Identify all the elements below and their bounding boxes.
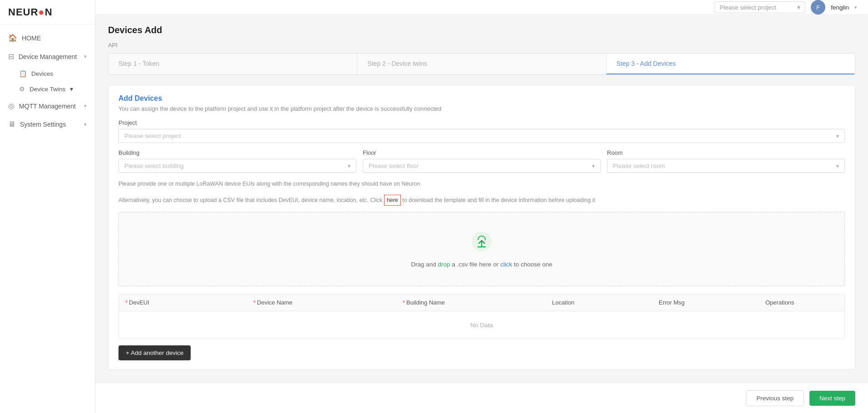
upload-click-link[interactable]: click [500, 261, 512, 268]
info-text-1: Please provide one or multiple LoRaWAN d… [118, 179, 845, 188]
floor-select[interactable]: Please select floor ▾ [363, 159, 601, 173]
upload-text-part1: Drag and [411, 261, 438, 268]
sidebar-item-devices[interactable]: 📋 Devices [0, 66, 95, 81]
project-field-label: Project [118, 119, 845, 126]
page-content: Devices Add API Step 1 - Token Step 2 - … [95, 15, 868, 383]
th-error-msg: Error Msg [652, 294, 759, 311]
th-operations: Operations [759, 294, 844, 311]
step-2[interactable]: Step 2 - Device twins [357, 54, 606, 74]
mqtt-icon: ◎ [8, 102, 15, 110]
building-arrow: ▾ [348, 163, 350, 169]
no-data-text: No Data [470, 322, 493, 329]
table-body: No Data [119, 311, 844, 339]
th-device-name: *Device Name [247, 294, 396, 311]
api-label: API [108, 42, 855, 49]
info-text-2: Alternatively, you can choose to upload … [118, 195, 845, 206]
building-field-group: Building Please select building ▾ [118, 149, 356, 173]
building-select-value: Please select building [124, 162, 184, 169]
system-settings-icon: 🖥 [8, 120, 15, 128]
upload-text-part2: a .csv file here or [450, 261, 500, 268]
sidebar-item-system-settings[interactable]: 🖥 System Settings ▾ [0, 115, 95, 133]
upload-icon [471, 231, 493, 256]
add-devices-section: Add Devices You can assign the device to… [108, 85, 855, 370]
device-table: *DevEUI *Device Name *Building Name Loca… [118, 294, 845, 339]
user-name: fenglin [831, 4, 849, 11]
project-dropdown-arrow: ▾ [797, 4, 800, 11]
th-dev-eui: *DevEUI [119, 294, 247, 311]
project-select-label: Please select project [720, 4, 776, 11]
th-building-name: *Building Name [396, 294, 546, 311]
add-another-device-button[interactable]: + Add another device [118, 345, 191, 360]
step-2-label: Step 2 - Device twins [367, 60, 427, 67]
topbar: Please select project ▾ F fenglin ▾ [95, 0, 868, 15]
next-step-button[interactable]: Next step [809, 391, 855, 406]
user-menu-arrow[interactable]: ▾ [854, 5, 857, 10]
chevron-down-icon-settings: ▾ [84, 122, 87, 128]
devices-icon: 📋 [19, 70, 27, 77]
info-text-2-part1: Alternatively, you can choose to upload … [118, 197, 384, 203]
chevron-down-icon-mqtt: ▾ [84, 103, 87, 109]
step-3-label: Step 3 - Add Devices [616, 60, 676, 67]
previous-step-button[interactable]: Previous step [746, 390, 804, 406]
sidebar-item-system-settings-label: System Settings [20, 121, 66, 128]
step-1[interactable]: Step 1 - Token [108, 54, 357, 74]
chevron-right-icon: ▾ [70, 85, 73, 93]
sidebar-nav: 🏠 HOME ⊟ Device Management ▾ 📋 Devices ⚙… [0, 25, 95, 137]
user-initials: F [816, 4, 820, 11]
section-title: Add Devices [118, 94, 845, 103]
next-btn-label: Next step [819, 395, 845, 402]
logo: NEUR●N [0, 0, 95, 25]
main-content: Please select project ▾ F fenglin ▾ Devi… [95, 0, 868, 413]
here-link[interactable]: here [384, 195, 401, 206]
info-text-2-part2: to download the template and fill in the… [401, 197, 595, 203]
project-field-arrow: ▾ [836, 133, 839, 139]
step-3[interactable]: Step 3 - Add Devices [607, 54, 855, 74]
footer-actions: Previous step Next step [95, 383, 868, 413]
device-twins-icon: ⚙ [19, 85, 25, 93]
floor-arrow: ▾ [592, 163, 595, 169]
room-label: Room [607, 149, 845, 156]
table-header: *DevEUI *Device Name *Building Name Loca… [119, 294, 844, 311]
drop-text: drop [438, 261, 450, 268]
step-1-label: Step 1 - Token [118, 60, 159, 67]
device-management-icon: ⊟ [8, 52, 14, 61]
sidebar-item-device-management[interactable]: ⊟ Device Management ▾ [0, 47, 95, 66]
user-avatar: F [811, 0, 825, 15]
project-select-dropdown[interactable]: Please select project ▾ [715, 1, 805, 13]
floor-select-value: Please select floor [369, 162, 419, 169]
project-select-field[interactable]: Please select project ▾ [118, 129, 845, 143]
sidebar-item-device-twins[interactable]: ⚙ Device Twins ▾ [0, 81, 95, 97]
sidebar-item-device-twins-label: Device Twins [30, 86, 65, 93]
section-desc: You can assign the device to the platfor… [118, 105, 845, 112]
prev-btn-label: Previous step [756, 395, 794, 402]
building-label: Building [118, 149, 356, 156]
home-icon: 🏠 [8, 34, 17, 42]
sidebar: NEUR●N 🏠 HOME ⊟ Device Management ▾ 📋 De… [0, 0, 95, 413]
room-arrow: ▾ [836, 163, 839, 169]
add-device-btn-label: + Add another device [126, 349, 183, 356]
project-select-value: Please select project [124, 133, 181, 139]
sidebar-item-home-label: HOME [22, 34, 41, 42]
th-location: Location [546, 294, 652, 311]
upload-text: Drag and drop a .csv file here or click … [411, 261, 552, 268]
room-select-value: Please select room [613, 162, 665, 169]
sidebar-item-devices-label: Devices [31, 70, 53, 77]
building-select[interactable]: Please select building ▾ [118, 159, 356, 173]
upload-text-part3: to choose one [512, 261, 552, 268]
location-fields-row: Building Please select building ▾ Floor … [118, 149, 845, 173]
room-select[interactable]: Please select room ▾ [607, 159, 845, 173]
chevron-down-icon: ▾ [84, 54, 87, 59]
logo-dot: ● [38, 6, 44, 18]
floor-label: Floor [363, 149, 601, 156]
room-field-group: Room Please select room ▾ [607, 149, 845, 173]
page-title: Devices Add [108, 25, 855, 35]
sidebar-item-mqtt-management-label: MQTT Management [19, 103, 76, 110]
sidebar-item-mqtt-management[interactable]: ◎ MQTT Management ▾ [0, 97, 95, 115]
upload-area[interactable]: Drag and drop a .csv file here or click … [118, 212, 845, 286]
sidebar-item-device-management-label: Device Management [19, 53, 77, 60]
sidebar-item-home[interactable]: 🏠 HOME [0, 29, 95, 47]
floor-field-group: Floor Please select floor ▾ [363, 149, 601, 173]
steps-nav: Step 1 - Token Step 2 - Device twins Ste… [108, 53, 855, 75]
logo-text: NEUR●N [8, 6, 53, 18]
